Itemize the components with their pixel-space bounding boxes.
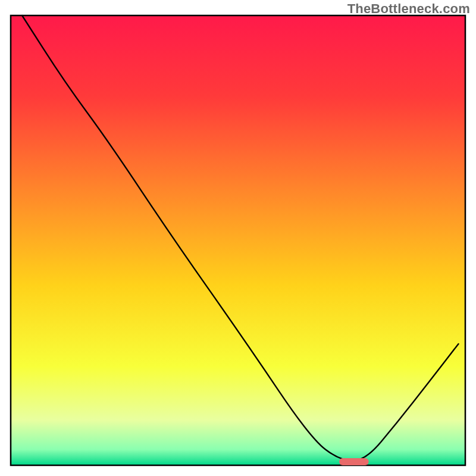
optimal-marker xyxy=(339,458,369,465)
bottleneck-chart xyxy=(0,0,476,476)
watermark-label: TheBottleneck.com xyxy=(347,1,470,17)
chart-container: TheBottleneck.com xyxy=(0,0,476,476)
chart-background xyxy=(11,15,465,465)
